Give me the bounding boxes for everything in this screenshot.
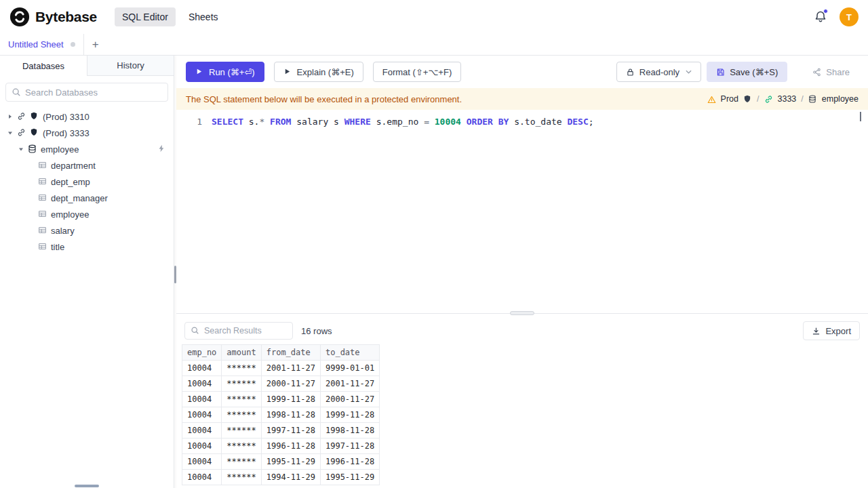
context-instance[interactable]: 3333 [778,94,797,104]
tree-item-prod-3333[interactable]: (Prod) 3333 [0,125,174,141]
sheet-tab-bar: Untitled Sheet + [0,34,868,56]
table-cell: 10004 [182,439,222,454]
export-button[interactable]: Export [803,321,860,340]
save-button[interactable]: Save (⌘+S) [707,62,787,82]
database-icon [28,144,37,154]
column-header-emp_no[interactable]: emp_no [182,345,222,361]
readonly-mode-button[interactable]: Read-only [616,62,701,82]
tree-item-department[interactable]: department [0,157,174,174]
caret-down-icon[interactable] [7,130,14,136]
tab-history[interactable]: History [87,56,174,76]
unsaved-dot-icon [71,42,75,47]
table-icon [38,209,47,219]
run-button[interactable]: Run (⌘+⏎) [186,62,264,82]
tree-item-dept-manager[interactable]: dept_manager [0,190,174,206]
table-cell: 1997-11-28 [320,439,379,454]
top-nav: SQL Editor Sheets [115,7,226,26]
table-row[interactable]: 10004******1996-11-281997-11-28 [182,439,380,454]
database-tree: (Prod) 3310(Prod) 3333employeedepartment… [0,107,174,488]
table-cell: 10004 [182,407,222,423]
tree-item-employee[interactable]: employee [0,206,174,222]
database-search-box [5,83,168,102]
explain-button[interactable]: Explain (⌘+E) [274,62,363,82]
search-icon [12,87,21,97]
table-cell: ****** [222,470,261,485]
download-icon [812,327,821,336]
search-databases-input[interactable] [25,87,162,98]
editor-panel: Run (⌘+⏎) Explain (⌘+E) Format (⇧+⌥+F) [176,56,868,488]
table-cell: 1998-11-28 [261,407,320,423]
code-line: 1 SELECT s.* FROM salary s WHERE s.emp_n… [176,115,868,129]
table-cell: 2000-11-27 [320,392,379,407]
readonly-label: Read-only [639,67,679,77]
shield-icon [743,95,752,104]
sql-editor[interactable]: 1 SELECT s.* FROM salary s WHERE s.emp_n… [176,110,868,313]
table-cell: 1996-11-28 [261,439,320,454]
table-cell: 1998-11-28 [320,423,379,439]
table-cell: 1999-11-28 [320,407,379,423]
editor-vscrollbar[interactable] [860,112,861,121]
column-header-to_date[interactable]: to_date [320,345,379,361]
tree-item-label: employee [41,144,79,155]
brand[interactable]: Bytebase [9,7,97,27]
caret-right-icon[interactable] [7,114,14,119]
table-cell: 2001-11-27 [261,361,320,376]
table-cell: ****** [222,392,261,407]
table-cell: 10004 [182,392,222,407]
sql-statement: SELECT s.* FROM salary s WHERE s.emp_no … [212,115,594,129]
context-environment[interactable]: Prod [721,94,738,104]
results-splitter[interactable] [176,313,868,317]
protected-environment-banner: The SQL statement below will be executed… [176,88,868,110]
splitter-handle[interactable] [510,311,534,315]
table-icon [38,193,47,203]
table-row[interactable]: 10004******1995-11-291996-11-28 [182,454,380,470]
avatar[interactable]: T [840,7,859,26]
tree-item-dept-emp[interactable]: dept_emp [0,174,174,190]
table-row[interactable]: 10004******1998-11-281999-11-28 [182,407,380,423]
table-row[interactable]: 10004******1997-11-281998-11-28 [182,423,380,439]
tree-item-label: employee [51,209,89,220]
share-button[interactable]: Share [804,62,859,82]
search-results-input[interactable] [204,326,287,336]
table-icon [38,161,47,170]
tab-databases[interactable]: Databases [0,56,87,76]
notification-dot [823,9,828,14]
explain-button-label: Explain (⌘+E) [297,67,354,77]
tree-item-employee[interactable]: employee [0,141,174,157]
results-table: emp_noamountfrom_dateto_date 10004******… [182,344,380,485]
top-bar: Bytebase SQL Editor Sheets T [0,0,868,34]
main-area: Databases History (Prod) 3310(Prod) 3333… [0,56,868,488]
column-header-from_date[interactable]: from_date [261,345,320,361]
tree-item-prod-3310[interactable]: (Prod) 3310 [0,108,174,125]
sidebar-hscrollbar[interactable] [75,485,99,487]
table-row[interactable]: 10004******2000-11-272001-11-27 [182,376,380,392]
caret-down-icon[interactable] [18,146,24,152]
format-button[interactable]: Format (⇧+⌥+F) [373,62,461,82]
table-row[interactable]: 10004******1999-11-282000-11-27 [182,392,380,407]
sheet-tab-untitled[interactable]: Untitled Sheet [0,34,84,55]
bolt-icon[interactable] [157,144,167,154]
table-cell: 1994-11-29 [261,470,320,485]
results-table-wrap: emp_noamountfrom_dateto_date 10004******… [176,344,868,488]
add-sheet-button[interactable]: + [84,34,107,55]
nav-sheets[interactable]: Sheets [181,7,226,26]
search-icon [191,326,200,336]
tree-item-label: title [51,242,64,252]
share-icon [812,68,821,77]
table-cell: 10004 [182,423,222,439]
connection-icon [764,95,773,104]
nav-sql-editor[interactable]: SQL Editor [115,7,176,26]
play-icon [283,68,292,77]
tree-item-salary[interactable]: salary [0,222,174,239]
table-row[interactable]: 10004******1994-11-291995-11-29 [182,470,380,485]
bell-icon[interactable] [814,10,827,24]
table-row[interactable]: 10004******2001-11-279999-01-01 [182,361,380,376]
context-database[interactable]: employee [822,94,859,104]
export-button-label: Export [825,326,851,336]
table-cell: 1996-11-28 [320,454,379,470]
column-header-amount[interactable]: amount [222,345,261,361]
line-number: 1 [176,115,202,129]
connection-context: Prod / 3333 / employee [707,94,859,104]
sidebar: Databases History (Prod) 3310(Prod) 3333… [0,56,174,488]
tree-item-title[interactable]: title [0,239,174,255]
